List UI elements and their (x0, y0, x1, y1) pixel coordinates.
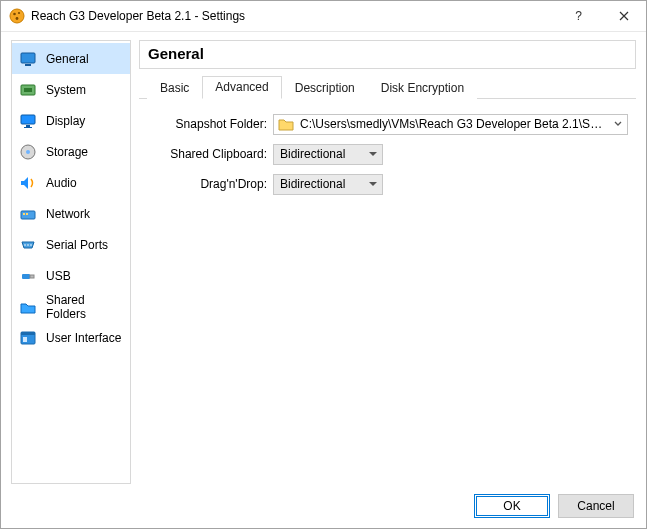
category-sidebar: General System Display Storage Audio Net… (11, 40, 131, 484)
sidebar-item-network[interactable]: Network (12, 198, 130, 229)
drag-n-drop-value: Bidirectional (274, 177, 364, 191)
cancel-button[interactable]: Cancel (558, 494, 634, 518)
sidebar-item-label: User Interface (46, 331, 121, 345)
svg-rect-20 (30, 275, 34, 278)
sidebar-item-label: System (46, 83, 86, 97)
svg-rect-14 (23, 213, 25, 215)
svg-rect-22 (21, 332, 35, 335)
svg-rect-9 (26, 125, 30, 127)
shared-clipboard-combo[interactable]: Bidirectional (273, 144, 383, 165)
drag-n-drop-combo[interactable]: Bidirectional (273, 174, 383, 195)
main-panel: General Basic Advanced Description Disk … (139, 40, 636, 484)
tab-advanced[interactable]: Advanced (202, 76, 281, 99)
svg-rect-5 (25, 64, 31, 66)
row-snapshot-folder: Snapshot Folder: C:\Users\smedly\VMs\Rea… (145, 111, 628, 137)
sidebar-item-label: Display (46, 114, 85, 128)
svg-point-2 (18, 12, 20, 14)
tab-description[interactable]: Description (282, 77, 368, 99)
system-icon (18, 80, 38, 100)
close-icon (619, 11, 629, 21)
dialog-footer: OK Cancel (1, 484, 646, 528)
sidebar-item-label: Shared Folders (46, 293, 124, 321)
svg-point-18 (30, 244, 32, 246)
svg-point-17 (27, 244, 29, 246)
sidebar-item-general[interactable]: General (12, 43, 130, 74)
sidebar-item-serial-ports[interactable]: Serial Ports (12, 229, 130, 260)
app-icon (9, 8, 25, 24)
sidebar-item-storage[interactable]: Storage (12, 136, 130, 167)
svg-rect-7 (24, 88, 32, 92)
settings-window: Reach G3 Developer Beta 2.1 - Settings ?… (0, 0, 647, 529)
svg-rect-23 (23, 337, 27, 342)
network-icon (18, 204, 38, 224)
row-drag-n-drop: Drag'n'Drop: Bidirectional (145, 171, 628, 197)
help-button[interactable]: ? (556, 2, 601, 31)
sidebar-item-user-interface[interactable]: User Interface (12, 322, 130, 353)
general-icon (18, 49, 38, 69)
svg-rect-4 (21, 53, 35, 63)
sidebar-item-shared-folders[interactable]: Shared Folders (12, 291, 130, 322)
sidebar-item-label: General (46, 52, 89, 66)
drag-n-drop-label: Drag'n'Drop: (145, 177, 273, 191)
advanced-form: Snapshot Folder: C:\Users\smedly\VMs\Rea… (139, 99, 636, 201)
svg-rect-15 (26, 213, 28, 215)
chevron-down-icon (364, 152, 382, 157)
svg-rect-8 (21, 115, 35, 124)
sidebar-item-label: USB (46, 269, 71, 283)
svg-point-0 (10, 9, 24, 23)
tab-bar: Basic Advanced Description Disk Encrypti… (139, 75, 636, 99)
sidebar-item-label: Serial Ports (46, 238, 108, 252)
storage-icon (18, 142, 38, 162)
chevron-down-icon (364, 182, 382, 187)
sidebar-item-display[interactable]: Display (12, 105, 130, 136)
tab-disk-encryption[interactable]: Disk Encryption (368, 77, 477, 99)
user-interface-icon (18, 328, 38, 348)
window-title: Reach G3 Developer Beta 2.1 - Settings (31, 9, 556, 23)
tab-basic[interactable]: Basic (147, 77, 202, 99)
svg-point-3 (16, 17, 19, 20)
sidebar-item-usb[interactable]: USB (12, 260, 130, 291)
titlebar: Reach G3 Developer Beta 2.1 - Settings ? (1, 1, 646, 32)
display-icon (18, 111, 38, 131)
sidebar-item-label: Network (46, 207, 90, 221)
svg-rect-19 (22, 274, 30, 279)
shared-folders-icon (18, 297, 38, 317)
chevron-down-icon (609, 121, 627, 127)
sidebar-item-label: Audio (46, 176, 77, 190)
heading-box: General (139, 40, 636, 69)
svg-point-12 (26, 150, 30, 154)
serial-ports-icon (18, 235, 38, 255)
snapshot-folder-label: Snapshot Folder: (145, 117, 273, 131)
ok-button[interactable]: OK (474, 494, 550, 518)
snapshot-folder-combo[interactable]: C:\Users\smedly\VMs\Reach G3 Developer B… (273, 114, 628, 135)
svg-point-1 (13, 13, 16, 16)
shared-clipboard-label: Shared Clipboard: (145, 147, 273, 161)
snapshot-folder-value: C:\Users\smedly\VMs\Reach G3 Developer B… (298, 117, 609, 131)
usb-icon (18, 266, 38, 286)
close-button[interactable] (601, 2, 646, 31)
folder-icon (278, 116, 294, 132)
dialog-body: General System Display Storage Audio Net… (1, 32, 646, 484)
row-shared-clipboard: Shared Clipboard: Bidirectional (145, 141, 628, 167)
sidebar-item-label: Storage (46, 145, 88, 159)
svg-point-16 (24, 244, 26, 246)
sidebar-item-system[interactable]: System (12, 74, 130, 105)
shared-clipboard-value: Bidirectional (274, 147, 364, 161)
audio-icon (18, 173, 38, 193)
svg-rect-10 (24, 127, 32, 128)
page-title: General (148, 45, 627, 62)
sidebar-item-audio[interactable]: Audio (12, 167, 130, 198)
